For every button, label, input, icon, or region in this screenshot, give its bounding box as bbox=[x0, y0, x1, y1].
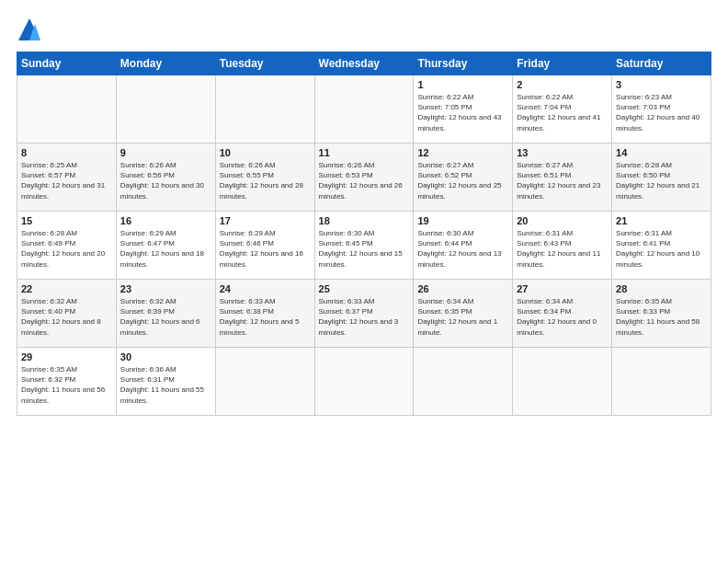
day-info: Sunrise: 6:36 AMSunset: 6:31 PMDaylight:… bbox=[120, 365, 204, 405]
day-info: Sunrise: 6:34 AMSunset: 6:35 PMDaylight:… bbox=[417, 297, 497, 337]
calendar-cell: 10Sunrise: 6:26 AMSunset: 6:55 PMDayligh… bbox=[215, 144, 314, 212]
calendar-week: 15Sunrise: 6:28 AMSunset: 6:49 PMDayligh… bbox=[17, 212, 711, 280]
calendar-cell: 16Sunrise: 6:29 AMSunset: 6:47 PMDayligh… bbox=[116, 212, 215, 280]
day-info: Sunrise: 6:30 AMSunset: 6:45 PMDaylight:… bbox=[319, 229, 403, 269]
calendar-cell bbox=[414, 348, 513, 416]
day-info: Sunrise: 6:33 AMSunset: 6:38 PMDaylight:… bbox=[220, 297, 300, 337]
day-number: 30 bbox=[120, 351, 211, 362]
day-number: 16 bbox=[120, 215, 211, 226]
day-info: Sunrise: 6:35 AMSunset: 6:33 PMDaylight:… bbox=[616, 297, 700, 337]
calendar-cell: 2Sunrise: 6:22 AMSunset: 7:04 PMDaylight… bbox=[513, 75, 612, 144]
header-day: Saturday bbox=[612, 52, 711, 75]
day-info: Sunrise: 6:27 AMSunset: 6:52 PMDaylight:… bbox=[417, 161, 501, 201]
calendar-cell bbox=[215, 348, 314, 416]
day-number: 9 bbox=[120, 147, 211, 158]
day-number: 23 bbox=[120, 283, 211, 294]
calendar-cell: 25Sunrise: 6:33 AMSunset: 6:37 PMDayligh… bbox=[314, 280, 414, 348]
day-info: Sunrise: 6:29 AMSunset: 6:46 PMDaylight:… bbox=[220, 229, 303, 269]
calendar-week: 29Sunrise: 6:35 AMSunset: 6:32 PMDayligh… bbox=[17, 348, 711, 416]
day-info: Sunrise: 6:31 AMSunset: 6:41 PMDaylight:… bbox=[616, 229, 700, 269]
calendar-cell: 17Sunrise: 6:29 AMSunset: 6:46 PMDayligh… bbox=[215, 212, 314, 280]
calendar-cell: 23Sunrise: 6:32 AMSunset: 6:39 PMDayligh… bbox=[116, 280, 215, 348]
calendar-cell bbox=[612, 348, 711, 416]
day-number: 18 bbox=[319, 215, 410, 226]
calendar-week: 8Sunrise: 6:25 AMSunset: 6:57 PMDaylight… bbox=[17, 144, 711, 212]
header-day: Monday bbox=[116, 52, 215, 75]
calendar-cell: 19Sunrise: 6:30 AMSunset: 6:44 PMDayligh… bbox=[414, 212, 513, 280]
calendar-cell: 1Sunrise: 6:22 AMSunset: 7:05 PMDaylight… bbox=[414, 75, 513, 144]
day-number: 21 bbox=[616, 215, 707, 226]
calendar-cell: 30Sunrise: 6:36 AMSunset: 6:31 PMDayligh… bbox=[116, 348, 215, 416]
day-number: 1 bbox=[417, 79, 508, 90]
calendar-cell bbox=[314, 348, 414, 416]
calendar-cell: 26Sunrise: 6:34 AMSunset: 6:35 PMDayligh… bbox=[414, 280, 513, 348]
logo-icon bbox=[17, 17, 42, 42]
calendar-cell: 9Sunrise: 6:26 AMSunset: 6:56 PMDaylight… bbox=[116, 144, 215, 212]
day-info: Sunrise: 6:32 AMSunset: 6:40 PMDaylight:… bbox=[21, 297, 101, 337]
day-number: 11 bbox=[319, 147, 410, 158]
calendar-body: 1Sunrise: 6:22 AMSunset: 7:05 PMDaylight… bbox=[17, 75, 711, 416]
calendar-cell: 28Sunrise: 6:35 AMSunset: 6:33 PMDayligh… bbox=[612, 280, 711, 348]
day-info: Sunrise: 6:23 AMSunset: 7:03 PMDaylight:… bbox=[616, 93, 700, 132]
day-number: 25 bbox=[319, 283, 410, 294]
day-info: Sunrise: 6:34 AMSunset: 6:34 PMDaylight:… bbox=[517, 297, 597, 337]
day-info: Sunrise: 6:26 AMSunset: 6:55 PMDaylight:… bbox=[220, 161, 303, 201]
day-info: Sunrise: 6:25 AMSunset: 6:57 PMDaylight:… bbox=[21, 161, 105, 201]
day-number: 24 bbox=[220, 283, 311, 294]
day-number: 12 bbox=[417, 147, 508, 158]
day-info: Sunrise: 6:30 AMSunset: 6:44 PMDaylight:… bbox=[417, 229, 501, 269]
day-info: Sunrise: 6:22 AMSunset: 7:04 PMDaylight:… bbox=[517, 93, 600, 132]
calendar-cell bbox=[215, 75, 314, 144]
day-number: 3 bbox=[616, 79, 707, 90]
header-day: Sunday bbox=[17, 52, 117, 75]
header-day: Tuesday bbox=[215, 52, 314, 75]
calendar-cell bbox=[17, 75, 117, 144]
calendar-week: 22Sunrise: 6:32 AMSunset: 6:40 PMDayligh… bbox=[17, 280, 711, 348]
day-number: 10 bbox=[220, 147, 311, 158]
day-number: 20 bbox=[517, 215, 608, 226]
day-info: Sunrise: 6:31 AMSunset: 6:43 PMDaylight:… bbox=[517, 229, 600, 269]
calendar-cell: 22Sunrise: 6:32 AMSunset: 6:40 PMDayligh… bbox=[17, 280, 117, 348]
day-info: Sunrise: 6:28 AMSunset: 6:50 PMDaylight:… bbox=[616, 161, 700, 201]
main-container: SundayMondayTuesdayWednesdayThursdayFrid… bbox=[0, 0, 728, 425]
calendar-week: 1Sunrise: 6:22 AMSunset: 7:05 PMDaylight… bbox=[17, 75, 711, 144]
calendar-cell bbox=[513, 348, 612, 416]
day-number: 15 bbox=[21, 215, 112, 226]
calendar-cell: 20Sunrise: 6:31 AMSunset: 6:43 PMDayligh… bbox=[513, 212, 612, 280]
calendar-header: SundayMondayTuesdayWednesdayThursdayFrid… bbox=[17, 52, 711, 75]
calendar-cell: 24Sunrise: 6:33 AMSunset: 6:38 PMDayligh… bbox=[215, 280, 314, 348]
day-number: 17 bbox=[220, 215, 311, 226]
header-row: SundayMondayTuesdayWednesdayThursdayFrid… bbox=[17, 52, 711, 75]
header-day: Friday bbox=[513, 52, 612, 75]
calendar-cell: 18Sunrise: 6:30 AMSunset: 6:45 PMDayligh… bbox=[314, 212, 414, 280]
calendar-cell: 29Sunrise: 6:35 AMSunset: 6:32 PMDayligh… bbox=[17, 348, 117, 416]
header-day: Thursday bbox=[414, 52, 513, 75]
calendar-cell bbox=[116, 75, 215, 144]
calendar-table: SundayMondayTuesdayWednesdayThursdayFrid… bbox=[17, 52, 711, 416]
day-number: 14 bbox=[616, 147, 707, 158]
header bbox=[17, 17, 711, 42]
day-number: 22 bbox=[21, 283, 112, 294]
day-number: 29 bbox=[21, 351, 112, 362]
calendar-cell bbox=[314, 75, 414, 144]
calendar-cell: 3Sunrise: 6:23 AMSunset: 7:03 PMDaylight… bbox=[612, 75, 711, 144]
day-info: Sunrise: 6:22 AMSunset: 7:05 PMDaylight:… bbox=[417, 93, 501, 132]
header-day: Wednesday bbox=[314, 52, 414, 75]
day-number: 27 bbox=[517, 283, 608, 294]
day-number: 13 bbox=[517, 147, 608, 158]
day-info: Sunrise: 6:27 AMSunset: 6:51 PMDaylight:… bbox=[517, 161, 600, 201]
day-number: 19 bbox=[417, 215, 508, 226]
day-info: Sunrise: 6:26 AMSunset: 6:53 PMDaylight:… bbox=[319, 161, 403, 201]
day-info: Sunrise: 6:33 AMSunset: 6:37 PMDaylight:… bbox=[319, 297, 399, 337]
day-info: Sunrise: 6:28 AMSunset: 6:49 PMDaylight:… bbox=[21, 229, 105, 269]
calendar-cell: 12Sunrise: 6:27 AMSunset: 6:52 PMDayligh… bbox=[414, 144, 513, 212]
calendar-cell: 13Sunrise: 6:27 AMSunset: 6:51 PMDayligh… bbox=[513, 144, 612, 212]
logo bbox=[17, 17, 44, 42]
calendar-cell: 15Sunrise: 6:28 AMSunset: 6:49 PMDayligh… bbox=[17, 212, 117, 280]
calendar-cell: 21Sunrise: 6:31 AMSunset: 6:41 PMDayligh… bbox=[612, 212, 711, 280]
day-info: Sunrise: 6:26 AMSunset: 6:56 PMDaylight:… bbox=[120, 161, 204, 201]
calendar-cell: 11Sunrise: 6:26 AMSunset: 6:53 PMDayligh… bbox=[314, 144, 414, 212]
day-info: Sunrise: 6:29 AMSunset: 6:47 PMDaylight:… bbox=[120, 229, 204, 269]
day-number: 26 bbox=[417, 283, 508, 294]
day-number: 2 bbox=[517, 79, 608, 90]
